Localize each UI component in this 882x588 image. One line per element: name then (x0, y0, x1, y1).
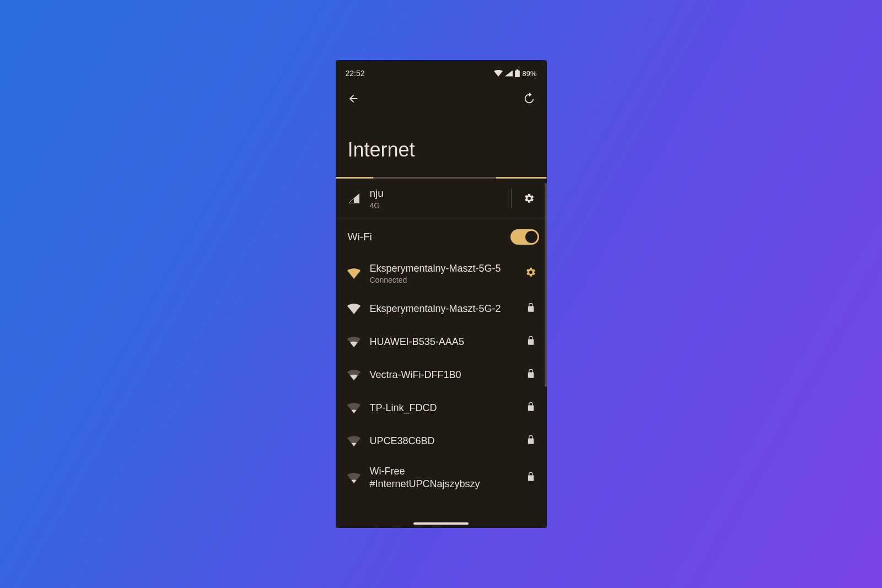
arrow-left-icon (347, 93, 359, 105)
lock-icon (526, 402, 535, 414)
wifi-signal-icon (346, 472, 362, 483)
battery-icon (515, 69, 520, 77)
wifi-network-name: UPCE38C6BD (370, 435, 518, 447)
phone-frame: 22:52 89% Internet nju 4G (336, 60, 547, 528)
lock-icon (526, 336, 535, 348)
mobile-settings-button[interactable] (519, 188, 539, 208)
wifi-network-list: Eksperymentalny-Maszt-5G-5ConnectedEkspe… (336, 255, 547, 498)
wifi-network-row[interactable]: Wi-Free #InternetUPCNajszybszy (336, 457, 547, 498)
wifi-network-name: Vectra-WiFi-DFF1B0 (370, 369, 518, 381)
page-title: Internet (336, 138, 547, 161)
wifi-network-secured-indicator (523, 472, 539, 484)
gear-icon (525, 267, 536, 280)
wifi-network-settings-button[interactable] (523, 267, 539, 280)
status-time: 22:52 (346, 69, 365, 78)
wifi-network-name: Eksperymentalny-Maszt-5G-2 (370, 303, 518, 315)
wifi-network-secured-indicator (523, 435, 539, 447)
wifi-status-icon (494, 70, 503, 77)
reset-icon (523, 93, 535, 105)
wifi-toggle[interactable] (510, 229, 539, 245)
lock-icon (526, 472, 535, 484)
wifi-network-row[interactable]: Eksperymentalny-Maszt-5G-5Connected (336, 255, 547, 293)
wifi-network-status: Connected (370, 276, 518, 284)
battery-percent: 89% (522, 69, 536, 78)
status-icons: 89% (494, 69, 536, 78)
wifi-label: Wi-Fi (348, 231, 372, 243)
wifi-network-row[interactable]: UPCE38C6BD (336, 424, 547, 457)
gear-icon (524, 193, 535, 204)
wifi-toggle-row: Wi-Fi (336, 219, 547, 255)
lock-icon (526, 369, 535, 381)
wifi-network-name: Wi-Free #InternetUPCNajszybszy (370, 465, 518, 490)
wifi-network-secured-indicator (523, 369, 539, 381)
wifi-network-row[interactable]: Vectra-WiFi-DFF1B0 (336, 358, 547, 391)
cell-signal-icon (505, 70, 513, 77)
wifi-network-row[interactable]: Eksperymentalny-Maszt-5G-2 (336, 292, 547, 325)
mobile-network-row[interactable]: nju 4G (336, 179, 547, 219)
mobile-network-type: 4G (370, 201, 503, 210)
wifi-signal-icon (346, 369, 362, 380)
wifi-network-name: HUAWEI-B535-AAA5 (370, 336, 518, 348)
row-divider (511, 188, 512, 208)
wifi-network-row[interactable]: HUAWEI-B535-AAA5 (336, 325, 547, 358)
wifi-network-name: Eksperymentalny-Maszt-5G-5 (370, 262, 518, 275)
lock-icon (526, 303, 535, 315)
wifi-signal-icon (346, 268, 362, 279)
reset-button[interactable] (519, 89, 539, 109)
mobile-network-name: nju (370, 187, 503, 200)
wifi-network-secured-indicator (523, 336, 539, 348)
wifi-signal-icon (346, 435, 362, 446)
lock-icon (526, 435, 535, 447)
scrollbar-thumb[interactable] (545, 183, 547, 387)
wifi-network-secured-indicator (523, 402, 539, 414)
wifi-signal-icon (346, 303, 362, 314)
wifi-network-name: TP-Link_FDCD (370, 402, 518, 414)
wifi-signal-icon (346, 402, 362, 413)
back-button[interactable] (343, 89, 363, 109)
wifi-signal-icon (346, 336, 362, 347)
cell-signal-icon (346, 193, 362, 203)
top-app-bar (336, 85, 547, 112)
status-bar: 22:52 89% (336, 67, 547, 80)
wifi-network-secured-indicator (523, 303, 539, 315)
wifi-network-row[interactable]: TP-Link_FDCD (336, 391, 547, 424)
toggle-knob (525, 231, 537, 243)
gesture-nav-bar[interactable] (413, 522, 469, 525)
content-scroll[interactable]: nju 4G Wi-Fi Eksperymentalny-Maszt-5G-5C… (336, 179, 547, 528)
